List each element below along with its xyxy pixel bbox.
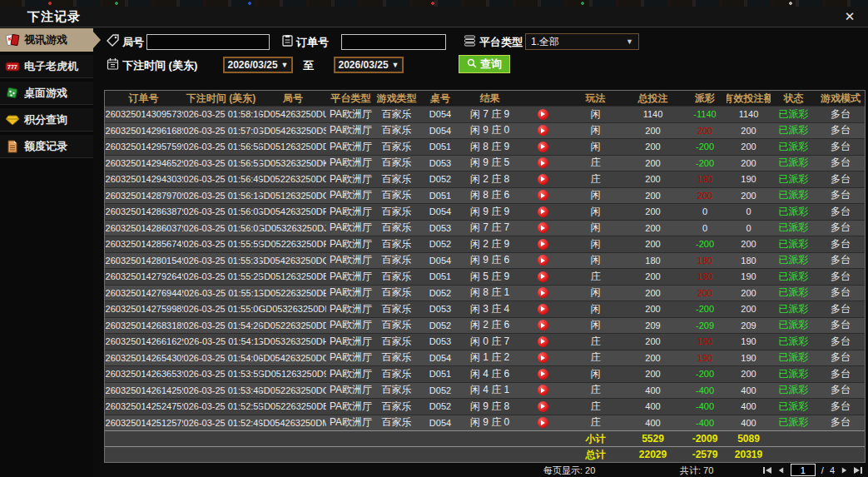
play-video-icon[interactable]: [538, 320, 548, 330]
play-video-icon[interactable]: [538, 352, 548, 363]
previous-page-icon[interactable]: [777, 466, 785, 475]
play-video-icon[interactable]: [538, 109, 548, 120]
cell-valid: 190: [727, 174, 771, 184]
cell-game: 百家乐: [375, 253, 418, 267]
cell-order: 260325014276944: [105, 288, 182, 298]
table-body: 2603250143095732026-03-25 01:58:16GD0542…: [105, 106, 865, 430]
play-video-icon[interactable]: [538, 336, 548, 347]
order-number-input[interactable]: [341, 34, 446, 50]
table-row: 2603250142946522026-03-25 01:56:51GD0532…: [105, 155, 865, 171]
sidebar-item-live-games[interactable]: K 视讯游戏: [0, 28, 93, 52]
cell-bet: 1140: [622, 109, 683, 119]
cell-payout: -200: [683, 369, 727, 379]
col-header-platform: 平台类型: [326, 92, 375, 106]
sidebar-item-credit-records[interactable]: 额度记录: [0, 135, 93, 158]
date-to-picker[interactable]: 2026/03/25 ▼: [334, 57, 404, 73]
cell-order: 260325014266162: [105, 336, 182, 346]
cell-time: 2026-03-25 01:55:59: [182, 239, 260, 249]
cell-payout: -1140: [683, 109, 727, 119]
grand-total-row: 总计 22029 -2579 20319: [105, 446, 865, 462]
play-video-icon[interactable]: [538, 417, 548, 428]
cell-status: 已派彩: [771, 123, 816, 137]
cell-play: 闲: [568, 237, 622, 251]
platform-type-value: 1.全部: [531, 35, 559, 49]
play-video-icon[interactable]: [538, 157, 548, 168]
result-video-cell: [517, 109, 568, 120]
page-number-input[interactable]: [791, 464, 816, 476]
cell-game: 百家乐: [375, 156, 418, 170]
cell-table-no: D054: [418, 418, 463, 428]
play-video-icon[interactable]: [538, 287, 548, 298]
play-video-icon[interactable]: [538, 271, 548, 282]
cell-game: 百家乐: [375, 318, 418, 332]
play-video-icon[interactable]: [538, 190, 548, 201]
cell-bet: 200: [622, 142, 683, 152]
play-video-icon[interactable]: [538, 401, 548, 412]
cell-time: 2026-03-25 01:57:01: [182, 126, 260, 136]
play-video-icon[interactable]: [538, 255, 548, 266]
cell-table-no: D053: [418, 158, 463, 168]
cell-table-no: D052: [418, 385, 463, 395]
sidebar-item-slots[interactable]: 777 电子老虎机: [0, 55, 93, 78]
result-video-cell: [517, 369, 568, 380]
sidebar-item-table-games[interactable]: 桌面游戏: [0, 82, 93, 105]
close-icon[interactable]: ✕: [841, 9, 858, 24]
table-row: 2603250142759982026-03-25 01:55:06GD0532…: [105, 301, 865, 317]
table-row: 2603250142856742026-03-25 01:55:59GD0522…: [105, 236, 865, 252]
cell-platform: PA欧洲厅: [326, 286, 375, 300]
play-video-icon[interactable]: [538, 385, 548, 395]
clipboard-icon: [281, 34, 294, 47]
cell-payout: -209: [683, 320, 727, 330]
col-header-result: 结果: [463, 92, 517, 106]
result-video-cell: [517, 417, 568, 428]
platform-type-select[interactable]: 1.全部 ▼: [525, 33, 639, 50]
slot-777-icon: 777: [5, 60, 20, 73]
play-video-icon[interactable]: [538, 142, 548, 152]
cell-round: GD053263250DK: [260, 158, 326, 168]
cell-payout: -200: [683, 158, 727, 168]
cell-game: 百家乐: [375, 286, 418, 300]
round-number-input[interactable]: [146, 34, 270, 50]
cell-valid: 0: [727, 223, 771, 233]
cell-result: 闲 7 庄 7: [463, 221, 517, 235]
bet-records-table: 订单号 下注时间 (美东) 局号 平台类型 游戏类型 桌号 结果 玩法 总投注 …: [104, 90, 866, 463]
play-video-icon[interactable]: [538, 222, 548, 233]
cell-play: 闲: [568, 302, 622, 316]
cell-valid: 200: [727, 191, 771, 201]
play-video-icon[interactable]: [538, 369, 548, 380]
cell-order: 260325014296168: [105, 126, 182, 136]
result-video-cell: [517, 271, 568, 282]
cell-order: 260325014263653: [105, 369, 182, 379]
play-video-icon[interactable]: [538, 174, 548, 185]
col-header-round: 局号: [260, 92, 326, 106]
cell-round: GD051263250DD: [260, 142, 326, 152]
play-video-icon[interactable]: [538, 239, 548, 250]
cell-payout: 0: [683, 223, 727, 233]
result-video-cell: [517, 320, 568, 330]
table-row: 2603250142879702026-03-25 01:56:14GD0512…: [105, 187, 865, 204]
cell-round: GD052263250DC: [260, 385, 326, 395]
last-page-icon[interactable]: [854, 466, 862, 475]
col-header-table-no: 桌号: [418, 92, 463, 106]
table-header-row: 订单号 下注时间 (美东) 局号 平台类型 游戏类型 桌号 结果 玩法 总投注 …: [105, 91, 865, 106]
col-header-valid-bet: 有效投注额: [727, 92, 771, 106]
query-button-label: 查询: [480, 57, 502, 72]
col-header-play: 玩法: [568, 92, 622, 106]
col-header-payout: 派彩: [683, 92, 727, 106]
query-button[interactable]: 查询: [459, 55, 510, 73]
col-header-game-type: 游戏类型: [375, 92, 418, 106]
cell-game: 百家乐: [375, 107, 418, 122]
result-video-cell: [517, 255, 568, 266]
col-header-total-bet: 总投注: [622, 92, 683, 106]
cell-order: 260325014295759: [105, 142, 182, 152]
play-video-icon[interactable]: [538, 206, 548, 217]
play-video-icon[interactable]: [538, 304, 548, 315]
next-page-icon[interactable]: [841, 466, 848, 475]
subtotal-valid-bet: 5089: [727, 433, 771, 445]
total-pages: 4: [830, 465, 835, 475]
date-from-picker[interactable]: 2026/03/25 ▼: [223, 57, 293, 73]
play-video-icon[interactable]: [538, 125, 548, 136]
cell-bet: 200: [622, 126, 683, 136]
first-page-icon[interactable]: [763, 466, 771, 475]
sidebar-item-points-query[interactable]: 积分查询: [0, 108, 93, 132]
